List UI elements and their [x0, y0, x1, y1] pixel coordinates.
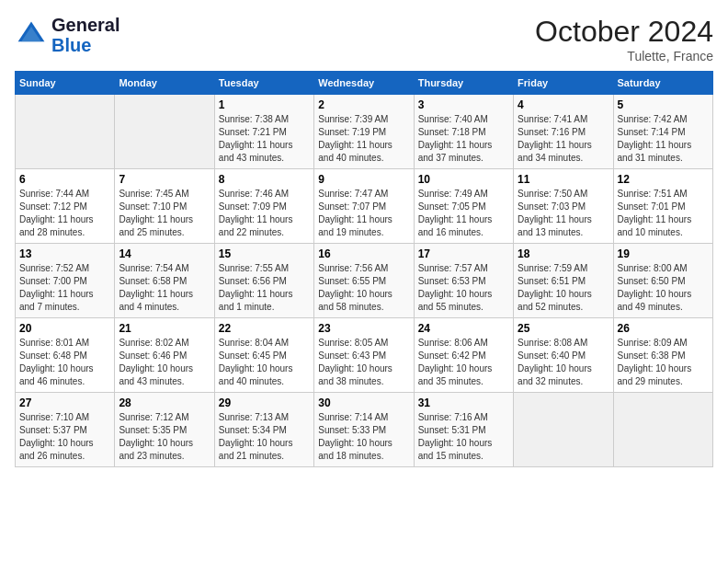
calendar-cell: 8Sunrise: 7:46 AMSunset: 7:09 PMDaylight…: [214, 169, 313, 244]
calendar-cell: 5Sunrise: 7:42 AMSunset: 7:14 PMDaylight…: [613, 95, 712, 169]
calendar-cell: 14Sunrise: 7:54 AMSunset: 6:58 PMDayligh…: [115, 244, 214, 318]
day-header-monday: Monday: [115, 72, 214, 95]
day-info: Sunrise: 7:57 AMSunset: 6:53 PMDaylight:…: [418, 262, 509, 314]
calendar-cell: 31Sunrise: 7:16 AMSunset: 5:31 PMDayligh…: [414, 393, 513, 467]
day-number: 17: [418, 247, 509, 260]
calendar-cell: 23Sunrise: 8:05 AMSunset: 6:43 PMDayligh…: [314, 318, 414, 393]
day-number: 4: [518, 98, 609, 111]
day-number: 16: [318, 247, 409, 260]
day-number: 12: [618, 173, 709, 186]
day-number: 26: [618, 322, 709, 335]
day-info: Sunrise: 7:46 AMSunset: 7:09 PMDaylight:…: [219, 188, 310, 239]
day-number: 1: [219, 98, 310, 111]
calendar-cell: 3Sunrise: 7:40 AMSunset: 7:18 PMDaylight…: [414, 95, 513, 169]
day-number: 20: [19, 322, 110, 335]
day-number: 27: [19, 396, 110, 409]
day-number: 24: [418, 322, 509, 335]
day-info: Sunrise: 7:10 AMSunset: 5:37 PMDaylight:…: [19, 411, 110, 463]
calendar-week-row: 1Sunrise: 7:38 AMSunset: 7:21 PMDaylight…: [16, 95, 713, 169]
day-info: Sunrise: 7:50 AMSunset: 7:03 PMDaylight:…: [518, 188, 609, 239]
location: Tulette, France: [535, 49, 713, 63]
day-info: Sunrise: 8:09 AMSunset: 6:38 PMDaylight:…: [618, 337, 709, 388]
day-number: 29: [219, 396, 310, 409]
day-info: Sunrise: 7:14 AMSunset: 5:33 PMDaylight:…: [318, 411, 409, 463]
day-number: 28: [119, 396, 210, 409]
calendar-header-row: SundayMondayTuesdayWednesdayThursdayFrid…: [16, 72, 713, 95]
calendar-cell: 19Sunrise: 8:00 AMSunset: 6:50 PMDayligh…: [613, 244, 712, 318]
day-info: Sunrise: 7:47 AMSunset: 7:07 PMDaylight:…: [318, 188, 409, 239]
calendar-cell: 27Sunrise: 7:10 AMSunset: 5:37 PMDayligh…: [16, 393, 115, 467]
day-info: Sunrise: 8:06 AMSunset: 6:42 PMDaylight:…: [418, 337, 509, 388]
day-header-wednesday: Wednesday: [314, 72, 414, 95]
day-number: 31: [418, 396, 509, 409]
calendar-cell: 20Sunrise: 8:01 AMSunset: 6:48 PMDayligh…: [16, 318, 115, 393]
logo-text-blue: Blue: [51, 35, 119, 55]
day-info: Sunrise: 7:51 AMSunset: 7:01 PMDaylight:…: [618, 188, 709, 239]
day-number: 9: [318, 173, 409, 186]
day-header-friday: Friday: [514, 72, 613, 95]
day-number: 6: [19, 173, 110, 186]
day-number: 19: [618, 247, 709, 260]
day-info: Sunrise: 7:52 AMSunset: 7:00 PMDaylight:…: [19, 262, 110, 314]
day-number: 8: [219, 173, 310, 186]
day-info: Sunrise: 7:45 AMSunset: 7:10 PMDaylight:…: [119, 188, 210, 239]
day-info: Sunrise: 7:41 AMSunset: 7:16 PMDaylight:…: [518, 113, 609, 165]
day-number: 2: [318, 98, 409, 111]
calendar-cell: [514, 393, 613, 467]
calendar-week-row: 27Sunrise: 7:10 AMSunset: 5:37 PMDayligh…: [16, 393, 713, 467]
day-info: Sunrise: 7:13 AMSunset: 5:34 PMDaylight:…: [219, 411, 310, 463]
day-info: Sunrise: 8:05 AMSunset: 6:43 PMDaylight:…: [318, 337, 409, 388]
day-number: 23: [318, 322, 409, 335]
calendar-cell: 30Sunrise: 7:14 AMSunset: 5:33 PMDayligh…: [314, 393, 414, 467]
calendar-week-row: 20Sunrise: 8:01 AMSunset: 6:48 PMDayligh…: [16, 318, 713, 393]
page-header: General Blue October 2024 Tulette, Franc…: [15, 15, 713, 63]
calendar-cell: 6Sunrise: 7:44 AMSunset: 7:12 PMDaylight…: [16, 169, 115, 244]
calendar-cell: [613, 393, 712, 467]
calendar-cell: 16Sunrise: 7:56 AMSunset: 6:55 PMDayligh…: [314, 244, 414, 318]
calendar-table: SundayMondayTuesdayWednesdayThursdayFrid…: [15, 71, 713, 467]
day-info: Sunrise: 7:49 AMSunset: 7:05 PMDaylight:…: [418, 188, 509, 239]
day-number: 14: [119, 247, 210, 260]
day-header-thursday: Thursday: [414, 72, 513, 95]
day-info: Sunrise: 7:56 AMSunset: 6:55 PMDaylight:…: [318, 262, 409, 314]
calendar-cell: 10Sunrise: 7:49 AMSunset: 7:05 PMDayligh…: [414, 169, 513, 244]
day-number: 5: [618, 98, 709, 111]
day-info: Sunrise: 7:44 AMSunset: 7:12 PMDaylight:…: [19, 188, 110, 239]
day-info: Sunrise: 7:40 AMSunset: 7:18 PMDaylight:…: [418, 113, 509, 165]
calendar-cell: [16, 95, 115, 169]
calendar-cell: 24Sunrise: 8:06 AMSunset: 6:42 PMDayligh…: [414, 318, 513, 393]
calendar-week-row: 6Sunrise: 7:44 AMSunset: 7:12 PMDaylight…: [16, 169, 713, 244]
day-info: Sunrise: 8:04 AMSunset: 6:45 PMDaylight:…: [219, 337, 310, 388]
logo-icon: [15, 18, 48, 52]
day-header-tuesday: Tuesday: [214, 72, 313, 95]
day-info: Sunrise: 7:38 AMSunset: 7:21 PMDaylight:…: [219, 113, 310, 165]
day-info: Sunrise: 8:08 AMSunset: 6:40 PMDaylight:…: [518, 337, 609, 388]
day-number: 30: [318, 396, 409, 409]
day-info: Sunrise: 8:00 AMSunset: 6:50 PMDaylight:…: [618, 262, 709, 314]
day-info: Sunrise: 8:01 AMSunset: 6:48 PMDaylight:…: [19, 337, 110, 388]
calendar-cell: 9Sunrise: 7:47 AMSunset: 7:07 PMDaylight…: [314, 169, 414, 244]
calendar-cell: 18Sunrise: 7:59 AMSunset: 6:51 PMDayligh…: [514, 244, 613, 318]
day-info: Sunrise: 7:39 AMSunset: 7:19 PMDaylight:…: [318, 113, 409, 165]
calendar-cell: 11Sunrise: 7:50 AMSunset: 7:03 PMDayligh…: [514, 169, 613, 244]
calendar-cell: 7Sunrise: 7:45 AMSunset: 7:10 PMDaylight…: [115, 169, 214, 244]
calendar-cell: 15Sunrise: 7:55 AMSunset: 6:56 PMDayligh…: [214, 244, 313, 318]
day-info: Sunrise: 7:42 AMSunset: 7:14 PMDaylight:…: [618, 113, 709, 165]
calendar-cell: 29Sunrise: 7:13 AMSunset: 5:34 PMDayligh…: [214, 393, 313, 467]
day-info: Sunrise: 7:59 AMSunset: 6:51 PMDaylight:…: [518, 262, 609, 314]
month-title: October 2024: [535, 15, 713, 49]
day-info: Sunrise: 7:16 AMSunset: 5:31 PMDaylight:…: [418, 411, 509, 463]
day-number: 21: [119, 322, 210, 335]
day-header-saturday: Saturday: [613, 72, 712, 95]
day-number: 11: [518, 173, 609, 186]
day-info: Sunrise: 8:02 AMSunset: 6:46 PMDaylight:…: [119, 337, 210, 388]
day-number: 22: [219, 322, 310, 335]
day-info: Sunrise: 7:12 AMSunset: 5:35 PMDaylight:…: [119, 411, 210, 463]
day-number: 10: [418, 173, 509, 186]
day-number: 3: [418, 98, 509, 111]
day-number: 13: [19, 247, 110, 260]
calendar-week-row: 13Sunrise: 7:52 AMSunset: 7:00 PMDayligh…: [16, 244, 713, 318]
day-info: Sunrise: 7:54 AMSunset: 6:58 PMDaylight:…: [119, 262, 210, 314]
day-number: 25: [518, 322, 609, 335]
calendar-cell: 21Sunrise: 8:02 AMSunset: 6:46 PMDayligh…: [115, 318, 214, 393]
